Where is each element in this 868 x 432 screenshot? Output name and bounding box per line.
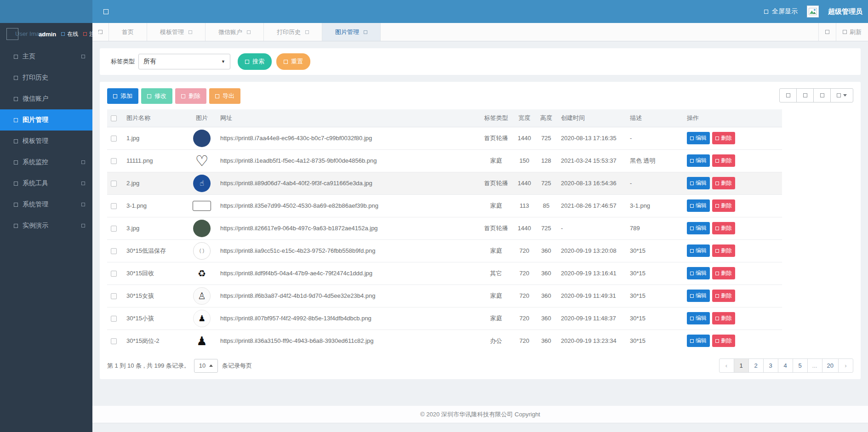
table-row[interactable]: 11111.png♡https://print8.i1eadb5f1-f5ec-…	[107, 149, 782, 172]
tab-5[interactable]: 图片管理	[322, 23, 381, 41]
select-all-checkbox[interactable]	[111, 115, 117, 121]
row-edit-button[interactable]: 编辑	[687, 132, 710, 144]
row-edit-button[interactable]: 编辑	[687, 335, 710, 347]
tab-close-icon[interactable]	[188, 30, 192, 34]
row-delete-button[interactable]: 删除	[712, 244, 735, 257]
page-button-5[interactable]: 5	[793, 358, 808, 373]
admin-role-label[interactable]: 超级管理员	[828, 7, 862, 16]
row-delete-button[interactable]: 删除	[712, 154, 735, 167]
tab-refresh-button[interactable]: 刷新	[836, 23, 868, 41]
modify-button[interactable]: 修改	[141, 88, 172, 104]
column-header-4[interactable]: 标签类型	[479, 109, 514, 127]
sidebar-item-7[interactable]: 系统工具	[0, 173, 92, 194]
row-delete-button[interactable]: 删除	[712, 267, 735, 279]
sidebar-item-4[interactable]: 图片管理	[0, 109, 92, 131]
sidebar-item-8[interactable]: 系统管理	[0, 194, 92, 215]
row-checkbox[interactable]	[111, 203, 117, 209]
tab-3[interactable]: 微信账户	[206, 23, 264, 41]
page-button-4[interactable]: 4	[778, 358, 793, 373]
row-edit-button[interactable]: 编辑	[687, 177, 710, 189]
export-button[interactable]: 导出	[209, 88, 240, 104]
sidebar-item-5[interactable]: 模板管理	[0, 131, 92, 152]
row-edit-button[interactable]: 编辑	[687, 290, 710, 302]
row-delete-button[interactable]: 删除	[712, 177, 735, 189]
tab-close-icon[interactable]	[364, 30, 367, 34]
search-button[interactable]: 搜索	[238, 53, 272, 70]
tabs-menu-button[interactable]	[818, 23, 836, 41]
column-header-3[interactable]: 网址	[217, 109, 479, 127]
tab-close-icon[interactable]	[247, 30, 251, 34]
toggle-view-button[interactable]	[813, 88, 831, 102]
row-edit-button[interactable]: 编辑	[687, 312, 710, 324]
row-checkbox[interactable]	[111, 226, 117, 232]
row-edit-button[interactable]: 编辑	[687, 154, 710, 167]
row-checkbox[interactable]	[111, 316, 117, 322]
tag-type-label: 标签类型	[111, 57, 135, 66]
tab-bar: 首页模板管理微信账户打印历史图片管理 刷新	[92, 23, 868, 41]
tab-1[interactable]: 首页	[109, 23, 147, 41]
table-row[interactable]: 3.jpghttps://print8.il26617e9-064b-497c-…	[107, 217, 782, 239]
row-checkbox[interactable]	[111, 136, 117, 142]
table-row[interactable]: 30*15岗位-2♟https://print8.il36a3150-ff9c-…	[107, 330, 782, 352]
sidebar-item-6[interactable]: 系统监控	[0, 152, 92, 173]
table-row[interactable]: 2.jpg☝https://print8.ii89d06d7-4ab4-40f2…	[107, 172, 782, 194]
row-edit-button[interactable]: 编辑	[687, 267, 710, 279]
column-header-2[interactable]: 图片	[187, 109, 217, 127]
sidebar-item-3[interactable]: 微信账户	[0, 88, 92, 109]
column-header-5[interactable]: 宽度	[514, 109, 535, 127]
row-checkbox[interactable]	[111, 181, 117, 187]
logout-button[interactable]: 注销	[83, 30, 100, 38]
cell-height: 360	[535, 239, 557, 262]
table-row[interactable]: 30*15回收♻https://print8.ildf9f4b5-04a4-47…	[107, 262, 782, 284]
row-delete-button[interactable]: 删除	[712, 222, 735, 234]
add-button[interactable]: 添加	[107, 88, 138, 104]
page-button-1[interactable]: 1	[734, 358, 749, 373]
sidebar-item-9[interactable]: 实例演示	[0, 215, 92, 236]
row-edit-button[interactable]: 编辑	[687, 244, 710, 257]
column-header-6[interactable]: 高度	[535, 109, 557, 127]
page-size-select[interactable]: 10	[194, 359, 218, 373]
fullscreen-button[interactable]: 全屏显示	[764, 7, 798, 16]
table-row[interactable]: 1.jpghttps://print8.i7aa44e8-ec96-430c-b…	[107, 127, 782, 149]
column-header-9[interactable]: 操作	[683, 109, 782, 127]
sidebar-item-1[interactable]: 主页	[0, 46, 92, 67]
prev-page-button[interactable]: ‹	[719, 358, 734, 373]
tab-close-icon[interactable]	[305, 30, 309, 34]
row-edit-button[interactable]: 编辑	[687, 222, 710, 234]
sidebar-item-2[interactable]: 打印历史	[0, 67, 92, 88]
cell-width: 113	[514, 194, 535, 217]
columns-button[interactable]	[830, 88, 853, 102]
sidebar-toggle-icon[interactable]	[103, 9, 108, 14]
tag-type-select[interactable]: 所有 ▼	[138, 54, 230, 69]
row-checkbox[interactable]	[111, 293, 117, 299]
row-checkbox[interactable]	[111, 158, 117, 164]
row-delete-button[interactable]: 删除	[712, 335, 735, 347]
column-header-1[interactable]: 图片名称	[123, 109, 187, 127]
row-delete-button[interactable]: 删除	[712, 199, 735, 212]
table-row[interactable]: 30*15小孩♟https://print8.il07bf957-f4f2-49…	[107, 307, 782, 330]
row-delete-button[interactable]: 删除	[712, 290, 735, 302]
refresh-table-button[interactable]	[796, 88, 814, 102]
admin-avatar[interactable]	[807, 6, 819, 17]
table-row[interactable]: 3-1.pnghttps://print8.il35e7d99-4502-453…	[107, 194, 782, 217]
tab-2[interactable]: 模板管理	[147, 23, 206, 41]
column-header-8[interactable]: 描述	[626, 109, 683, 127]
row-checkbox[interactable]	[111, 271, 117, 277]
table-row[interactable]: 30*15女孩♙https://print8.if6b3a87-d4f2-4b1…	[107, 284, 782, 307]
page-button-3[interactable]: 3	[763, 358, 778, 373]
row-edit-button[interactable]: 编辑	[687, 199, 710, 212]
page-button-20[interactable]: 20	[822, 358, 839, 373]
next-page-button[interactable]: ›	[838, 358, 853, 373]
tab-label: 模板管理	[160, 28, 184, 36]
tab-4[interactable]: 打印历史	[264, 23, 322, 41]
row-delete-button[interactable]: 删除	[712, 312, 735, 324]
row-checkbox[interactable]	[111, 248, 117, 254]
pagination-toggle-button[interactable]	[779, 88, 797, 102]
reset-button[interactable]: 重置	[276, 53, 310, 70]
table-row[interactable]: 30*15低温保存( )https://print8.iia9cc51c-e15…	[107, 239, 782, 262]
row-checkbox[interactable]	[111, 338, 117, 344]
delete-button[interactable]: 删除	[175, 88, 206, 104]
page-button-2[interactable]: 2	[748, 358, 764, 373]
row-delete-button[interactable]: 删除	[712, 132, 735, 144]
column-header-7[interactable]: 创建时间	[557, 109, 626, 127]
